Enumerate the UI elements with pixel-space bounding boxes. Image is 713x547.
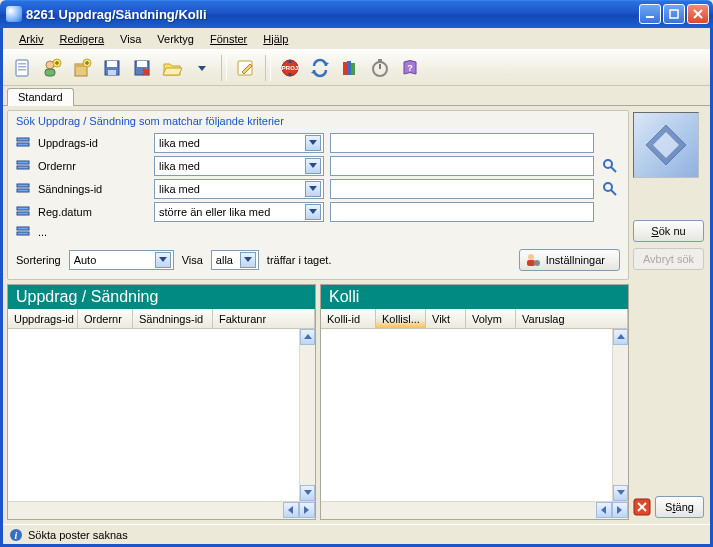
- col-varuslag[interactable]: Varuslag: [516, 309, 628, 328]
- col-sandnings-id[interactable]: Sändnings-id: [133, 309, 213, 328]
- criteria-row-icon[interactable]: [16, 205, 32, 219]
- col-kollisl[interactable]: Kollisl...: [376, 309, 426, 328]
- chevron-down-icon[interactable]: [305, 135, 321, 151]
- close-button[interactable]: [687, 4, 709, 24]
- panel-header-left: Uppdrag / Sändning: [8, 285, 315, 309]
- chevron-down-icon[interactable]: [305, 181, 321, 197]
- pencil-note-icon: [236, 58, 256, 78]
- criteria-operator-sandnings-id[interactable]: lika med: [154, 179, 324, 199]
- svg-marker-55: [309, 209, 317, 214]
- status-text: Sökta poster saknas: [28, 529, 128, 541]
- criteria-more-icon[interactable]: [16, 225, 32, 239]
- svg-point-46: [604, 160, 612, 168]
- scroll-down-icon[interactable]: [613, 485, 628, 501]
- app-icon: [6, 6, 22, 22]
- chevron-down-icon[interactable]: [305, 158, 321, 174]
- svg-rect-48: [17, 184, 29, 187]
- criteria-label-more[interactable]: ...: [38, 226, 148, 238]
- chevron-down-icon[interactable]: [240, 252, 256, 268]
- criteria-row-icon[interactable]: [16, 136, 32, 150]
- menu-redigera[interactable]: Redigera: [51, 31, 112, 47]
- criteria-value-sandnings-id[interactable]: [330, 179, 594, 199]
- visa-combo[interactable]: alla: [211, 250, 259, 270]
- criteria-row-icon[interactable]: [16, 182, 32, 196]
- settings-button[interactable]: Inställningar: [519, 249, 620, 271]
- scroll-left-icon[interactable]: [596, 502, 612, 518]
- tab-standard[interactable]: Standard: [7, 88, 74, 106]
- menu-verktyg[interactable]: Verktyg: [149, 31, 202, 47]
- col-uppdrags-id[interactable]: Uppdrags-id: [8, 309, 78, 328]
- scroll-up-icon[interactable]: [613, 329, 628, 345]
- col-kolli-id[interactable]: Kolli-id: [321, 309, 376, 328]
- search-now-button[interactable]: Sök nu: [633, 220, 704, 242]
- menu-arkiv[interactable]: Arkiv: [11, 31, 51, 47]
- search-criteria-title: Sök Uppdrag / Sändning som matchar följa…: [16, 115, 620, 127]
- toolbar-new-user[interactable]: [39, 55, 65, 81]
- menu-visa[interactable]: Visa: [112, 31, 149, 47]
- svg-marker-68: [617, 490, 625, 495]
- criteria-value-ordernr[interactable]: [330, 156, 594, 176]
- search-criteria-group: Sök Uppdrag / Sändning som matchar följa…: [7, 110, 629, 280]
- toolbar-edit[interactable]: [233, 55, 259, 81]
- toolbar-new-box[interactable]: [69, 55, 95, 81]
- toolbar-refresh[interactable]: [307, 55, 333, 81]
- toolbar-dropdown[interactable]: [189, 55, 215, 81]
- svg-rect-57: [17, 232, 29, 235]
- scroll-down-icon[interactable]: [300, 485, 315, 501]
- scroll-up-icon[interactable]: [300, 329, 315, 345]
- scroll-left-icon[interactable]: [283, 502, 299, 518]
- scroll-right-icon[interactable]: [612, 502, 628, 518]
- tab-strip: Standard: [3, 86, 710, 106]
- col-fakturanr[interactable]: Fakturanr: [213, 309, 315, 328]
- toolbar-help[interactable]: ?: [397, 55, 423, 81]
- floppy-icon: [102, 58, 122, 78]
- svg-rect-44: [17, 166, 29, 169]
- menu-hjalp[interactable]: Hjälp: [255, 31, 296, 47]
- svg-marker-50: [309, 186, 317, 191]
- chevron-down-icon[interactable]: [155, 252, 171, 268]
- close-button[interactable]: Stäng: [655, 496, 704, 518]
- svg-marker-70: [617, 506, 622, 514]
- criteria-row-icon[interactable]: [16, 159, 32, 173]
- criteria-label-regdatum: Reg.datum: [38, 206, 148, 218]
- svg-rect-4: [16, 60, 28, 76]
- col-vikt[interactable]: Vikt: [426, 309, 466, 328]
- chevron-down-icon[interactable]: [305, 204, 321, 220]
- svg-line-47: [611, 167, 616, 172]
- toolbar-save[interactable]: [99, 55, 125, 81]
- toolbar-proj[interactable]: PROJ: [277, 55, 303, 81]
- vertical-scrollbar[interactable]: [612, 329, 628, 501]
- lookup-ordernr-button[interactable]: [600, 156, 620, 176]
- svg-rect-20: [108, 70, 116, 75]
- toolbar-open-folder[interactable]: [159, 55, 185, 81]
- maximize-button[interactable]: [663, 4, 685, 24]
- minimize-button[interactable]: [639, 4, 661, 24]
- svg-rect-9: [45, 69, 55, 76]
- criteria-value-regdatum[interactable]: [330, 202, 594, 222]
- menu-fonster[interactable]: Fönster: [202, 31, 255, 47]
- criteria-operator-uppdrags-id[interactable]: lika med: [154, 133, 324, 153]
- panel-body-right[interactable]: [321, 329, 628, 519]
- toolbar-timer[interactable]: [367, 55, 393, 81]
- sortering-combo[interactable]: Auto: [69, 250, 174, 270]
- svg-rect-56: [17, 227, 29, 230]
- close-x-icon[interactable]: [633, 498, 651, 516]
- criteria-operator-regdatum[interactable]: större än eller lika med: [154, 202, 324, 222]
- horizontal-scrollbar[interactable]: [8, 501, 315, 519]
- arrows-cycle-icon: [310, 58, 330, 78]
- svg-rect-34: [347, 61, 351, 75]
- panel-uppdrag-sandning: Uppdrag / Sändning Uppdrags-id Ordernr S…: [7, 284, 316, 520]
- vertical-scrollbar[interactable]: [299, 329, 315, 501]
- lookup-sandnings-id-button[interactable]: [600, 179, 620, 199]
- toolbar-delete[interactable]: [129, 55, 155, 81]
- proj-icon: PROJ: [280, 58, 300, 78]
- toolbar-books[interactable]: [337, 55, 363, 81]
- criteria-value-uppdrags-id[interactable]: [330, 133, 594, 153]
- panel-body-left[interactable]: [8, 329, 315, 519]
- scroll-right-icon[interactable]: [299, 502, 315, 518]
- col-volym[interactable]: Volym: [466, 309, 516, 328]
- criteria-operator-ordernr[interactable]: lika med: [154, 156, 324, 176]
- toolbar-new-document[interactable]: [9, 55, 35, 81]
- col-ordernr[interactable]: Ordernr: [78, 309, 133, 328]
- horizontal-scrollbar[interactable]: [321, 501, 628, 519]
